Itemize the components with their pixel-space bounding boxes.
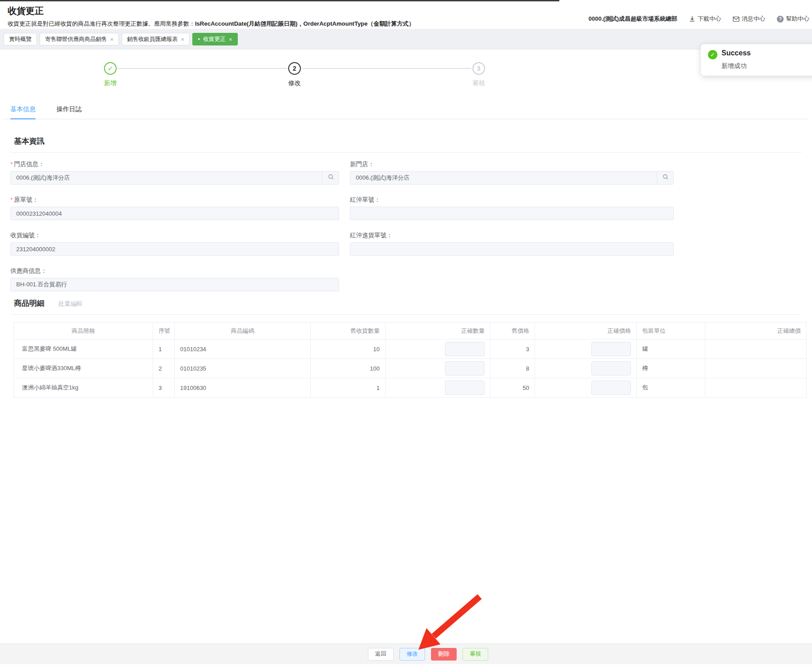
delete-button[interactable]: 刪除 bbox=[431, 648, 457, 661]
required-mark: * bbox=[10, 161, 13, 168]
message-center-label: 消息中心 bbox=[742, 15, 765, 23]
col-correct-qty: 正確數量 bbox=[386, 322, 490, 340]
correct-price-input[interactable] bbox=[591, 380, 631, 395]
cell-correct-total bbox=[705, 359, 807, 378]
table-header-row: 商品簡稱 序號 商品編碼 舊收貨數量 正確數量 舊價格 正確價格 包裝單位 正確… bbox=[14, 322, 807, 340]
table-row: 星琥小麥啤酒330ML樽 2 01010235 100 8 樽 bbox=[14, 359, 807, 378]
field-red-reverse-order-no: 紅沖單號： bbox=[350, 196, 674, 220]
message-center-link[interactable]: 消息中心 bbox=[733, 15, 765, 23]
items-title: 商品明細 bbox=[14, 298, 45, 308]
field-new-store: 新門店： bbox=[350, 160, 674, 185]
close-icon[interactable]: × bbox=[110, 36, 114, 42]
help-icon: ? bbox=[777, 16, 784, 23]
new-store-search-button[interactable] bbox=[657, 171, 674, 185]
col-correct-total: 正確總價 bbox=[705, 322, 807, 340]
step-3-number: 3 bbox=[477, 65, 481, 72]
cell-pack-unit: 罐 bbox=[637, 340, 705, 359]
correct-qty-input[interactable] bbox=[445, 380, 485, 395]
red-reverse-purchase-no-label: 紅沖進貨單號： bbox=[350, 231, 674, 240]
cell-old-price: 50 bbox=[490, 378, 535, 398]
tab-realtime-overview[interactable]: 實時概覽 bbox=[4, 33, 37, 45]
cell-old-qty: 10 bbox=[311, 340, 386, 359]
correct-qty-input[interactable] bbox=[445, 342, 485, 356]
step-3-label: 審核 bbox=[452, 79, 506, 87]
active-dot-icon: ● bbox=[198, 37, 200, 41]
col-product-name: 商品簡稱 bbox=[14, 322, 153, 340]
cell-product-code: 01010234 bbox=[175, 340, 311, 359]
desc-tail: （金額計算方式） bbox=[367, 20, 414, 27]
page-title: 收貨更正 bbox=[8, 5, 44, 17]
back-button[interactable]: 返回 bbox=[368, 648, 394, 661]
step-wizard: ✓ 2 3 新增 修改 審核 bbox=[4, 50, 808, 99]
receipt-no-input[interactable] bbox=[10, 242, 339, 256]
success-check-icon: ✓ bbox=[708, 50, 717, 59]
cell-seq: 3 bbox=[153, 378, 175, 398]
receipt-no-label: 收貨編號： bbox=[10, 231, 339, 240]
cell-seq: 1 bbox=[153, 340, 175, 359]
toast-message: 新增成功 bbox=[721, 62, 747, 70]
cell-old-price: 3 bbox=[490, 340, 535, 359]
cell-correct-qty bbox=[386, 359, 490, 378]
audit-button[interactable]: 審核 bbox=[463, 648, 488, 661]
step-2-number: 2 bbox=[293, 65, 296, 72]
supplier-info-label: 供應商信息： bbox=[10, 267, 339, 275]
open-tabs-bar: 實時概覽 寄售聯營供應商商品銷售 × 銷售收銀員匯總報表 × ● 收貨更正 × bbox=[0, 29, 812, 50]
tab-basic-info[interactable]: 基本信息 bbox=[10, 103, 36, 119]
correct-price-input[interactable] bbox=[591, 361, 631, 376]
col-pack-unit: 包裝單位 bbox=[637, 322, 705, 340]
tab-cashier-summary-report[interactable]: 銷售收銀員匯總報表 × bbox=[122, 33, 190, 45]
close-icon[interactable]: × bbox=[181, 36, 185, 42]
new-store-input[interactable] bbox=[350, 171, 674, 185]
search-icon bbox=[662, 174, 669, 182]
cell-pack-unit: 樽 bbox=[637, 359, 705, 378]
org-name[interactable]: 0000.(測試)成昌超級市場系統總部 bbox=[589, 15, 677, 23]
tab-operation-log[interactable]: 操作日誌 bbox=[56, 103, 82, 118]
cell-correct-qty bbox=[386, 340, 490, 359]
cell-correct-total bbox=[705, 378, 807, 398]
new-store-label: 新門店： bbox=[350, 160, 674, 168]
search-icon bbox=[328, 174, 334, 182]
cell-correct-qty bbox=[386, 378, 490, 398]
red-reverse-purchase-no-input[interactable] bbox=[350, 242, 674, 256]
col-correct-price: 正確價格 bbox=[535, 322, 637, 340]
col-old-qty: 舊收貨數量 bbox=[311, 322, 386, 340]
step-1-circle-check-icon: ✓ bbox=[104, 62, 117, 75]
table-row: 澳洲小綿羊抽真空1kg 3 19100630 1 50 包 bbox=[14, 378, 807, 398]
red-reverse-order-no-label: 紅沖單號： bbox=[350, 196, 674, 204]
cell-product-code: 01010235 bbox=[175, 359, 311, 378]
original-order-no-input[interactable] bbox=[10, 207, 339, 220]
step-2-circle: 2 bbox=[288, 62, 301, 75]
footer-action-bar: 返回 修改 刪除 審核 bbox=[0, 643, 812, 664]
basic-info-form: *門店信息： *原單號： 收貨編號： 供應商信息： bbox=[10, 160, 674, 303]
tab-consignment-sales[interactable]: 寄售聯營供應商商品銷售 × bbox=[40, 33, 119, 45]
help-center-link[interactable]: ? 幫助中心 bbox=[777, 15, 809, 23]
step-2-label: 修改 bbox=[268, 79, 322, 87]
desc-params: IsRecAccountDate(月結啓用記賬日期)，OrderAcptAmou… bbox=[195, 20, 367, 27]
col-product-code: 商品編碼 bbox=[175, 322, 311, 340]
cell-seq: 2 bbox=[153, 359, 175, 378]
step-3-circle: 3 bbox=[472, 62, 485, 75]
download-center-link[interactable]: 下載中心 bbox=[689, 15, 721, 23]
page-description: 收貨更正就是對已經收貨的商品進行再次整理更正數據。應用業務參數：IsRecAcc… bbox=[8, 20, 414, 28]
step-1-label: 新增 bbox=[83, 79, 137, 87]
supplier-info-input[interactable] bbox=[10, 278, 339, 291]
success-toast: ✓ Success 新增成功 bbox=[701, 44, 812, 76]
table-row: 富思黑麥啤 500ML罐 1 01010234 10 3 罐 bbox=[14, 340, 807, 359]
store-search-button[interactable] bbox=[322, 171, 339, 185]
field-red-reverse-purchase-no: 紅沖進貨單號： bbox=[350, 231, 674, 256]
edit-button[interactable]: 修改 bbox=[399, 648, 425, 661]
field-supplier-info: 供應商信息： bbox=[10, 267, 339, 291]
store-info-input[interactable] bbox=[10, 171, 339, 185]
cell-product-code: 19100630 bbox=[175, 378, 311, 398]
close-icon[interactable]: × bbox=[229, 36, 232, 42]
correct-qty-input[interactable] bbox=[445, 361, 485, 376]
batch-edit-link[interactable]: 批量編輯 bbox=[58, 300, 82, 308]
main-content: ✓ 2 3 新增 修改 審核 基本信息 操作日誌 基本資訊 *門店信息： *原單… bbox=[4, 50, 808, 643]
red-reverse-order-no-input[interactable] bbox=[350, 207, 674, 220]
download-center-label: 下載中心 bbox=[698, 15, 721, 23]
correct-price-input[interactable] bbox=[591, 342, 631, 356]
cell-correct-price bbox=[535, 340, 637, 359]
tab-receipt-correction-active[interactable]: ● 收貨更正 × bbox=[192, 33, 237, 45]
cell-old-qty: 1 bbox=[311, 378, 386, 398]
field-receipt-no: 收貨編號： bbox=[10, 231, 339, 256]
